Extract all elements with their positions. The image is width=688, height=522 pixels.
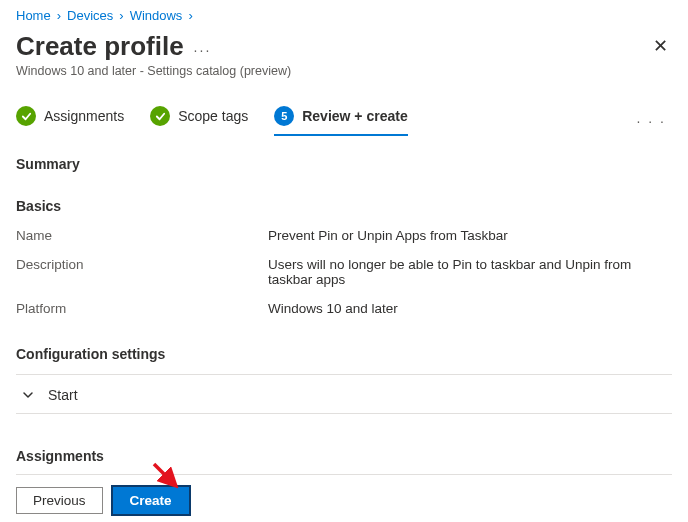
footer-bar: Previous Create <box>0 477 688 522</box>
breadcrumb-devices[interactable]: Devices <box>67 8 113 23</box>
previous-button[interactable]: Previous <box>16 487 103 514</box>
check-icon <box>16 106 36 126</box>
assignments-heading: Assignments <box>16 448 672 475</box>
tab-label: Assignments <box>44 108 124 124</box>
tab-review-create[interactable]: 5 Review + create <box>274 106 407 136</box>
tab-assignments[interactable]: Assignments <box>16 106 124 136</box>
breadcrumb-home[interactable]: Home <box>16 8 51 23</box>
config-settings-heading: Configuration settings <box>16 346 672 362</box>
check-icon <box>150 106 170 126</box>
step-number-icon: 5 <box>274 106 294 126</box>
tab-scope-tags[interactable]: Scope tags <box>150 106 248 136</box>
basics-name-label: Name <box>16 228 268 243</box>
basics-name-value: Prevent Pin or Unpin Apps from Taskbar <box>268 228 532 243</box>
summary-heading: Summary <box>16 156 672 172</box>
config-group-start[interactable]: Start <box>16 375 672 414</box>
basics-description-value: Users will no longer be able to Pin to t… <box>268 257 672 287</box>
page-title: Create profile <box>16 31 184 62</box>
close-icon[interactable]: ✕ <box>649 33 672 59</box>
wizard-tabs: Assignments Scope tags 5 Review + create… <box>16 106 672 136</box>
chevron-right-icon: › <box>188 8 192 23</box>
page-subtitle: Windows 10 and later - Settings catalog … <box>16 62 672 78</box>
create-button[interactable]: Create <box>113 487 189 514</box>
breadcrumb: Home › Devices › Windows › <box>16 8 672 29</box>
basics-platform-label: Platform <box>16 301 268 316</box>
chevron-right-icon: › <box>119 8 123 23</box>
breadcrumb-windows[interactable]: Windows <box>130 8 183 23</box>
chevron-down-icon <box>22 389 34 401</box>
title-more-icon[interactable]: ··· <box>194 42 212 62</box>
tab-label: Scope tags <box>178 108 248 124</box>
tabs-more-icon[interactable]: · · · <box>637 113 672 129</box>
tab-label: Review + create <box>302 108 407 124</box>
basics-platform-value: Windows 10 and later <box>268 301 422 316</box>
config-group-label: Start <box>48 387 78 403</box>
basics-heading: Basics <box>16 198 672 214</box>
basics-description-label: Description <box>16 257 268 287</box>
chevron-right-icon: › <box>57 8 61 23</box>
